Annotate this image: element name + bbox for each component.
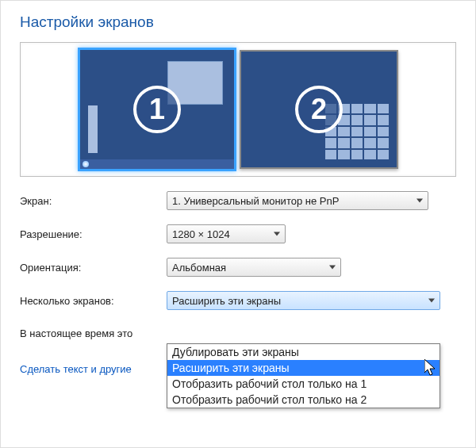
chevron-down-icon: [428, 299, 435, 303]
monitor-number-badge: 1: [133, 86, 181, 133]
multiple-displays-label: Несколько экранов:: [20, 295, 167, 307]
row-multiple-displays: Несколько экранов: Расширить эти экраны: [20, 291, 456, 310]
page-title: Настройки экранов: [20, 13, 456, 31]
row-orientation: Ориентация: Альбомная: [20, 258, 456, 277]
chevron-down-icon: [329, 266, 336, 270]
dropdown-option-duplicate[interactable]: Дублировать эти экраны: [167, 344, 440, 360]
orientation-select[interactable]: Альбомная: [167, 258, 341, 277]
multiple-displays-select[interactable]: Расширить эти экраны: [167, 291, 440, 310]
resolution-select-value: 1280 × 1024: [172, 228, 230, 240]
row-screen: Экран: 1. Универсальный монитор не PnP: [20, 191, 456, 210]
screen-select[interactable]: 1. Универсальный монитор не PnP: [167, 191, 428, 210]
dropdown-option-extend[interactable]: Расширить эти экраны: [167, 360, 440, 376]
dropdown-option-only-2[interactable]: Отобразить рабочий стол только на 2: [167, 392, 440, 408]
orientation-select-value: Альбомная: [172, 262, 226, 274]
chevron-down-icon: [416, 199, 423, 203]
resolution-select[interactable]: 1280 × 1024: [167, 224, 286, 243]
orientation-label: Ориентация:: [20, 262, 167, 274]
multiple-displays-select-value: Расширить эти экраны: [172, 295, 281, 307]
current-display-note: В настоящее время это: [20, 327, 456, 339]
dropdown-option-only-1[interactable]: Отобразить рабочий стол только на 1: [167, 376, 440, 392]
screen-label: Экран:: [20, 195, 167, 207]
chevron-down-icon: [274, 232, 280, 236]
monitor-preview-1[interactable]: 1: [78, 48, 236, 171]
monitor-preview-area: 1 2: [20, 42, 456, 177]
display-settings-panel: Настройки экранов 1 2 Экран: 1. Универса…: [0, 0, 476, 448]
monitor-number-badge: 2: [295, 86, 343, 133]
row-resolution: Разрешение: 1280 × 1024: [20, 224, 456, 243]
multiple-displays-dropdown: Дублировать эти экраны Расширить эти экр…: [167, 343, 440, 408]
text-size-link[interactable]: Сделать текст и другие: [20, 363, 132, 375]
resolution-label: Разрешение:: [20, 228, 167, 240]
monitor-preview-2[interactable]: 2: [240, 50, 398, 169]
screen-select-value: 1. Универсальный монитор не PnP: [172, 195, 339, 207]
decoration: [80, 159, 234, 169]
decoration: [88, 105, 98, 153]
